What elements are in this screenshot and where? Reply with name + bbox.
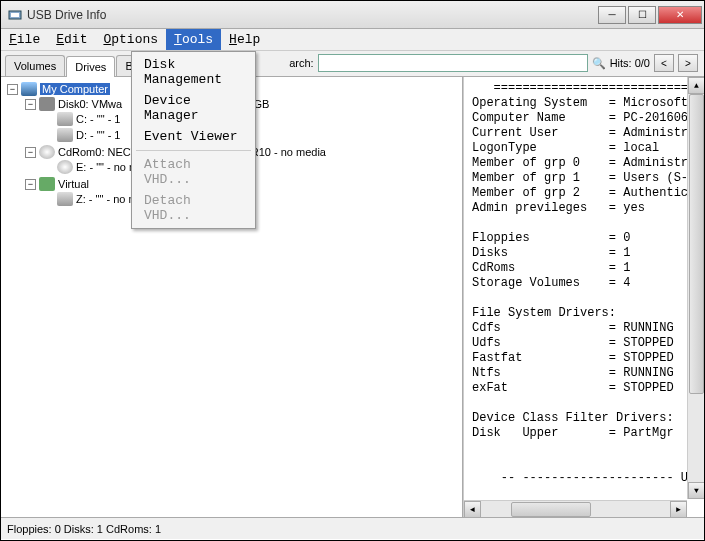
toggle-icon[interactable]: −: [25, 99, 36, 110]
search-label: arch:: [289, 57, 313, 69]
menubar: File Edit Options Tools Help Disk Manage…: [1, 29, 704, 51]
svg-rect-1: [11, 13, 19, 17]
search-input[interactable]: [318, 54, 588, 72]
scroll-thumb[interactable]: [689, 94, 704, 394]
menu-options[interactable]: Options: [95, 29, 166, 50]
hits-label: Hits: 0/0: [610, 57, 650, 69]
cdrom-icon: [57, 160, 73, 174]
tree-drive-d[interactable]: D: - "" - 1: [76, 129, 120, 141]
tree-drive-c[interactable]: C: - "" - 1: [76, 113, 120, 125]
tab-drives[interactable]: Drives: [66, 56, 115, 77]
vertical-scrollbar[interactable]: ▲ ▼: [687, 77, 704, 499]
menu-help[interactable]: Help: [221, 29, 268, 50]
statusbar: Floppies: 0 Disks: 1 CdRoms: 1: [1, 517, 704, 539]
titlebar: USB Drive Info ─ ☐ ✕: [1, 1, 704, 29]
window-title: USB Drive Info: [27, 8, 598, 22]
scroll-thumb[interactable]: [511, 502, 591, 517]
toggle-icon[interactable]: −: [7, 84, 18, 95]
scroll-right-button[interactable]: ►: [670, 501, 687, 517]
tree-disk0[interactable]: Disk0: VMwa: [58, 98, 122, 110]
disk-icon: [39, 97, 55, 111]
cdrom-icon: [39, 145, 55, 159]
status-text: Floppies: 0 Disks: 1 CdRoms: 1: [7, 523, 161, 535]
next-hit-button[interactable]: >: [678, 54, 698, 72]
drive-icon: [57, 192, 73, 206]
app-icon: [7, 7, 23, 23]
horizontal-scrollbar[interactable]: ◄ ►: [464, 500, 687, 517]
maximize-button[interactable]: ☐: [628, 6, 656, 24]
menu-event-viewer[interactable]: Event Viewer: [134, 126, 253, 147]
search-icon: 🔍: [592, 57, 606, 70]
info-pane: =========================== : Operating …: [463, 77, 704, 517]
menu-detach-vhd: Detach VHD...: [134, 190, 253, 226]
drive-icon: [57, 128, 73, 142]
menu-edit[interactable]: Edit: [48, 29, 95, 50]
drive-icon: [57, 112, 73, 126]
toggle-icon[interactable]: −: [25, 147, 36, 158]
tabbar: Volumes Drives BusT arch: 🔍 Hits: 0/0 < …: [1, 51, 704, 77]
computer-icon: [21, 82, 37, 96]
menu-file[interactable]: File: [1, 29, 48, 50]
prev-hit-button[interactable]: <: [654, 54, 674, 72]
virtual-icon: [39, 177, 55, 191]
menu-attach-vhd: Attach VHD...: [134, 154, 253, 190]
minimize-button[interactable]: ─: [598, 6, 626, 24]
menu-separator: [136, 150, 251, 151]
scroll-down-button[interactable]: ▼: [688, 482, 704, 499]
menu-device-manager[interactable]: Device Manager: [134, 90, 253, 126]
menu-disk-management[interactable]: Disk Management: [134, 54, 253, 90]
close-button[interactable]: ✕: [658, 6, 702, 24]
tools-dropdown: Disk Management Device Manager Event Vie…: [131, 51, 256, 229]
scroll-left-button[interactable]: ◄: [464, 501, 481, 517]
toggle-icon[interactable]: −: [25, 179, 36, 190]
tab-volumes[interactable]: Volumes: [5, 55, 65, 76]
menu-tools[interactable]: Tools: [166, 29, 221, 50]
tree-virtual[interactable]: Virtual: [58, 178, 89, 190]
scroll-up-button[interactable]: ▲: [688, 77, 704, 94]
tree-my-computer[interactable]: My Computer: [40, 83, 110, 95]
